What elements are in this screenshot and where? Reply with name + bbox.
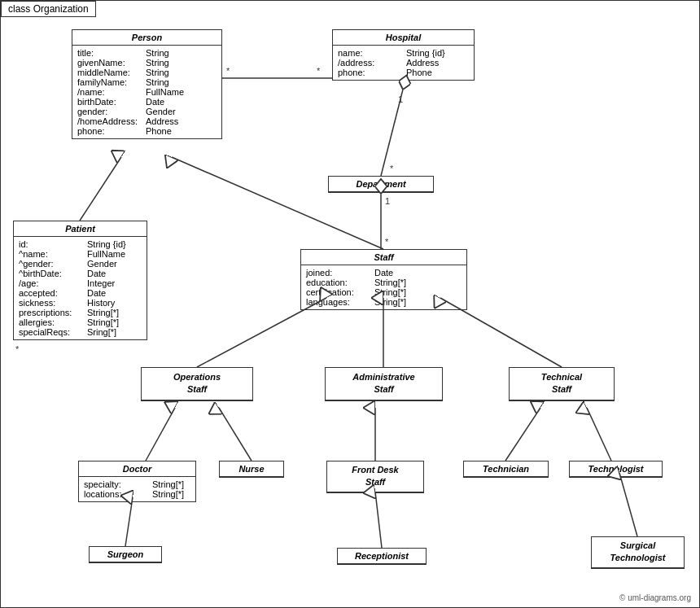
- class-person-body: title:String givenName:String middleName…: [72, 46, 221, 138]
- svg-line-21: [505, 408, 540, 461]
- class-hospital-body: name:String {id} /address:Address phone:…: [333, 46, 474, 80]
- class-nurse-header: Nurse: [220, 461, 283, 477]
- class-technical-staff: TechnicalStaff: [509, 367, 615, 401]
- class-person-header: Person: [72, 30, 221, 46]
- svg-line-18: [146, 408, 175, 461]
- class-doctor-header: Doctor: [79, 461, 195, 477]
- svg-line-19: [219, 408, 252, 461]
- class-technician: Technician: [463, 461, 549, 478]
- class-technologist: Technologist: [569, 461, 663, 478]
- class-technical-staff-header: TechnicalStaff: [510, 368, 614, 400]
- copyright-label: © uml-diagrams.org: [619, 593, 691, 602]
- diagram-container: class Organization Person title:String g…: [0, 0, 700, 608]
- class-patient-body: id:String {id} ^name:FullName ^gender:Ge…: [14, 237, 147, 339]
- class-surgeon: Surgeon: [89, 546, 162, 563]
- class-doctor-body: specialty:String[*] locations:String[*]: [79, 477, 195, 501]
- class-receptionist: Receptionist: [337, 548, 427, 565]
- svg-text:1: 1: [385, 196, 390, 206]
- svg-text:*: *: [385, 237, 389, 247]
- class-administrative-staff: AdministrativeStaff: [325, 367, 443, 401]
- class-receptionist-header: Receptionist: [338, 549, 426, 564]
- svg-text:*: *: [390, 164, 394, 173]
- svg-text:*: *: [15, 344, 20, 354]
- svg-line-25: [619, 473, 637, 536]
- svg-line-23: [125, 497, 133, 546]
- class-patient: Patient id:String {id} ^name:FullName ^g…: [13, 221, 147, 340]
- class-staff-body: joined:Date education:String[*] certific…: [301, 265, 466, 309]
- class-hospital: Hospital name:String {id} /address:Addre…: [332, 29, 475, 81]
- class-staff: Staff joined:Date education:String[*] ce…: [300, 249, 467, 310]
- class-staff-header: Staff: [301, 250, 466, 265]
- svg-line-24: [375, 492, 382, 548]
- diagram-title: class Organization: [1, 1, 96, 17]
- svg-line-4: [172, 157, 383, 249]
- svg-text:*: *: [317, 66, 321, 76]
- svg-line-5: [381, 90, 403, 176]
- class-nurse: Nurse: [219, 461, 284, 478]
- class-operations-staff-header: OperationsStaff: [142, 368, 252, 400]
- class-surgeon-header: Surgeon: [90, 547, 161, 562]
- svg-text:*: *: [226, 66, 230, 76]
- class-department: Department: [328, 176, 434, 193]
- svg-line-3: [80, 157, 121, 221]
- class-front-desk-staff: Front DeskStaff: [326, 461, 424, 493]
- class-department-header: Department: [329, 177, 433, 192]
- svg-text:1: 1: [398, 94, 403, 104]
- class-patient-header: Patient: [14, 221, 147, 237]
- class-hospital-header: Hospital: [333, 30, 474, 46]
- class-administrative-staff-header: AdministrativeStaff: [326, 368, 442, 400]
- class-operations-staff: OperationsStaff: [141, 367, 253, 401]
- class-technologist-header: Technologist: [570, 461, 662, 477]
- class-doctor: Doctor specialty:String[*] locations:Str…: [78, 461, 196, 502]
- class-front-desk-staff-header: Front DeskStaff: [327, 461, 423, 492]
- svg-line-22: [587, 408, 611, 461]
- class-surgical-technologist-header: SurgicalTechnologist: [592, 537, 684, 568]
- class-person: Person title:String givenName:String mid…: [72, 29, 222, 139]
- class-surgical-technologist: SurgicalTechnologist: [591, 536, 685, 569]
- class-technician-header: Technician: [464, 461, 548, 477]
